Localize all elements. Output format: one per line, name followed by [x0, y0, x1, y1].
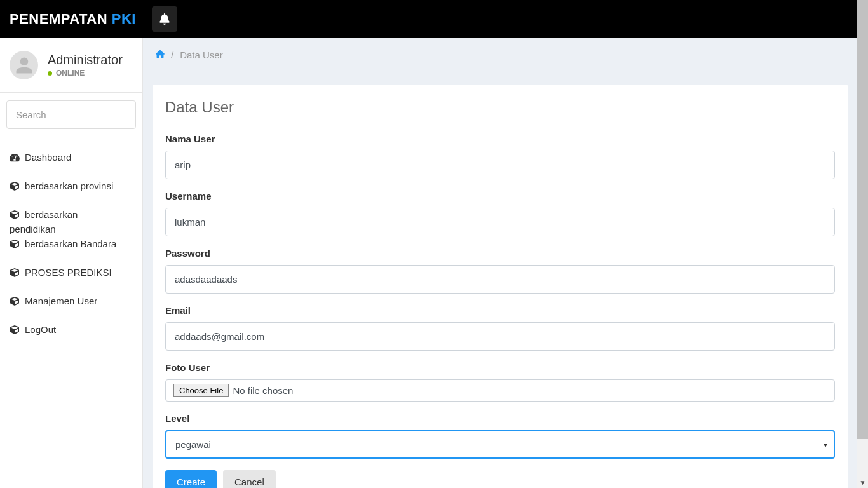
card: Data User Nama User Username Password [153, 85, 848, 488]
nama-user-input[interactable] [165, 151, 835, 179]
header: PENEMPATAN PKI [0, 0, 857, 38]
sidebar-item-logout[interactable]: LogOut [0, 315, 142, 344]
sidebar-item-label: Manajemen User [25, 295, 97, 306]
foto-file-input[interactable]: Choose File No file chosen [165, 379, 835, 402]
sidebar-item-prediksi[interactable]: PROSES PREDIKSI [0, 258, 142, 287]
brand-sub: PKI [112, 11, 136, 27]
dashboard-icon [10, 153, 20, 162]
scrollbar-thumb[interactable] [857, 0, 868, 439]
choose-file-button[interactable]: Choose File [173, 384, 229, 397]
password-input[interactable] [165, 265, 835, 294]
cube-icon [10, 297, 20, 306]
sidebar-item-label: berdasarkan Bandara [25, 238, 116, 249]
username-label: Username [165, 191, 835, 201]
email-input[interactable] [165, 322, 835, 351]
breadcrumb-home[interactable] [156, 50, 165, 60]
sidebar-item-provinsi[interactable]: berdasarkan provinsi [0, 172, 142, 200]
email-label: Email [165, 305, 835, 316]
sidebar-item-dashboard[interactable]: Dashboard [0, 143, 142, 172]
sidebar-item-bandara[interactable]: berdasarkan Bandara [0, 236, 142, 258]
nama-user-label: Nama User [165, 133, 835, 144]
cube-icon [10, 210, 20, 219]
home-icon [156, 50, 165, 58]
main-content: / Data User Data User Nama User Username [143, 38, 857, 488]
cube-icon [10, 325, 20, 334]
page-title: Data User [153, 85, 848, 130]
sidebar-item-label: PROSES PREDIKSI [25, 267, 112, 278]
brand-main: PENEMPATAN [10, 11, 112, 27]
brand-logo[interactable]: PENEMPATAN PKI [10, 11, 136, 27]
scroll-down-arrow[interactable]: ▼ [857, 477, 868, 488]
user-info: Administrator ONLINE [0, 51, 142, 92]
search-input[interactable] [6, 100, 136, 129]
cube-icon [10, 182, 20, 191]
password-label: Password [165, 248, 835, 259]
user-icon [15, 56, 34, 75]
sidebar-item-label: berdasarkan [25, 209, 78, 220]
cancel-button[interactable]: Cancel [223, 470, 276, 488]
cube-icon [10, 268, 20, 277]
notification-button[interactable] [152, 6, 177, 32]
username-input[interactable] [165, 208, 835, 236]
scrollbar[interactable]: ▲ ▼ [857, 0, 868, 488]
status-text: ONLINE [56, 69, 85, 78]
sidebar: Administrator ONLINE Dashboard berdasark… [0, 38, 143, 488]
user-status: ONLINE [48, 69, 123, 78]
user-name: Administrator [48, 53, 123, 67]
nav: Dashboard berdasarkan provinsi berdasark… [0, 137, 142, 350]
breadcrumb-current: Data User [180, 50, 223, 60]
level-label: Level [165, 413, 835, 424]
foto-user-label: Foto User [165, 362, 835, 373]
sidebar-item-pendidikan[interactable]: berdasarkan pendidikan [0, 200, 142, 236]
sidebar-item-label: berdasarkan provinsi [25, 180, 113, 191]
breadcrumb-separator: / [171, 50, 173, 60]
breadcrumb: / Data User [143, 38, 857, 72]
status-dot-icon [48, 71, 52, 76]
sidebar-item-label-cont: pendidikan [0, 222, 142, 236]
sidebar-item-label: LogOut [25, 324, 56, 335]
file-chosen-text: No file chosen [233, 385, 293, 396]
sidebar-item-manajemen-user[interactable]: Manajemen User [0, 287, 142, 315]
create-button[interactable]: Create [165, 470, 217, 488]
bell-icon [159, 13, 170, 25]
level-select[interactable]: pegawai [165, 430, 835, 459]
sidebar-item-label: Dashboard [25, 152, 71, 163]
cube-icon [10, 240, 20, 248]
avatar [10, 51, 38, 79]
